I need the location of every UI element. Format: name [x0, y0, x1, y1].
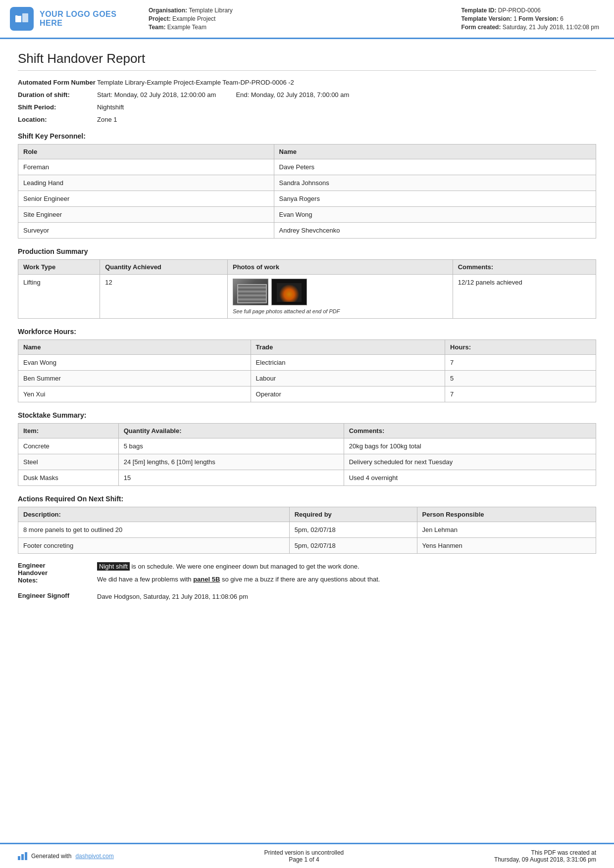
col-wf-trade: Trade: [251, 340, 445, 355]
engineer-handover-label: EngineerHandoverNotes:: [18, 562, 97, 584]
name-cell: Sandra Johnsons: [274, 175, 596, 191]
photo-caption: See full page photos attached at end of …: [233, 308, 448, 314]
engineer-signoff-value: Dave Hodgson, Saturday, 21 July 2018, 11…: [97, 592, 596, 602]
header-form-created: Form created: Saturday, 21 July 2018, 11…: [461, 24, 599, 31]
action-person-cell: Jen Lehman: [417, 522, 596, 538]
handover-line2-suffix: so give me a buzz if there are any quest…: [222, 576, 380, 583]
wf-trade-cell: Operator: [251, 386, 445, 402]
comments-cell: 12/12 panels achieved: [453, 275, 596, 319]
col-comments: Comments:: [453, 260, 596, 275]
handover-line2-prefix: We did have a few problems with: [97, 576, 193, 583]
production-summary-title: Production Summary: [18, 247, 596, 255]
logo-icon: [10, 7, 34, 31]
table-row: ForemanDave Peters: [18, 159, 596, 175]
wf-name-cell: Ben Summer: [18, 371, 251, 386]
svg-rect-2: [17, 14, 21, 16]
role-cell: Senior Engineer: [18, 191, 274, 207]
role-cell: Surveyor: [18, 223, 274, 239]
st-comments-cell: 20kg bags for 100kg total: [344, 438, 596, 454]
qty-avail-cell: 5 bags: [118, 438, 344, 454]
duration-label: Duration of shift:: [18, 91, 97, 98]
logo-area: YOUR LOGO GOES HERE: [10, 7, 139, 31]
footer-pdf-created-label: This PDF was created at: [494, 849, 596, 856]
header-versions: Template Version: 1 Form Version: 6: [461, 15, 599, 22]
duration-start: Start: Monday, 02 July 2018, 12:00:00 am: [97, 91, 216, 98]
table-row: Senior EngineerSanya Rogers: [18, 191, 596, 207]
svg-rect-0: [15, 15, 21, 22]
location-label: Location:: [18, 116, 97, 123]
header-team: Team: Example Team: [149, 24, 233, 31]
duration-end: End: Monday, 02 July 2018, 7:00:00 am: [236, 91, 349, 98]
col-wf-name: Name: [18, 340, 251, 355]
wf-trade-cell: Labour: [251, 371, 445, 386]
wf-hours-cell: 7: [445, 355, 596, 371]
actions-title: Actions Required On Next Shift:: [18, 495, 596, 503]
footer-generated-text: Generated with: [31, 853, 71, 860]
name-cell: Andrey Shevchcenko: [274, 223, 596, 239]
automated-form-label: Automated Form Number: [18, 79, 97, 86]
page-header: YOUR LOGO GOES HERE Organisation: Templa…: [0, 0, 614, 39]
shift-key-personnel-table: Role Name ForemanDave PetersLeading Hand…: [18, 144, 596, 239]
col-wf-hours: Hours:: [445, 340, 596, 355]
table-row: Site EngineerEvan Wong: [18, 207, 596, 223]
header-col-right: Template ID: DP-PROD-0006 Template Versi…: [461, 7, 599, 31]
stocktake-table: Item: Quantity Available: Comments: Conc…: [18, 423, 596, 486]
action-desc-cell: 8 more panels to get to outlined 20: [18, 522, 290, 538]
engineer-signoff-row: Engineer Signoff Dave Hodgson, Saturday,…: [18, 592, 596, 602]
table-row: Evan WongElectrician7: [18, 355, 596, 371]
wf-name-cell: Yen Xui: [18, 386, 251, 402]
shift-key-personnel-title: Shift Key Personnel:: [18, 132, 596, 140]
wf-hours-cell: 5: [445, 371, 596, 386]
name-cell: Evan Wong: [274, 207, 596, 223]
col-quantity-avail: Quantity Available:: [118, 424, 344, 438]
automated-form-value: Template Library-Example Project-Example…: [97, 79, 596, 86]
col-photos: Photos of work: [227, 260, 453, 275]
logo-text: YOUR LOGO GOES HERE: [40, 10, 139, 28]
table-row: Lifting 12 See full page photos attached…: [18, 275, 596, 319]
qty-avail-cell: 15: [118, 470, 344, 486]
role-cell: Leading Hand: [18, 175, 274, 191]
header-org: Organisation: Template Library: [149, 7, 233, 14]
workforce-hours-title: Workforce Hours:: [18, 328, 596, 336]
table-row: SurveyorAndrey Shevchcenko: [18, 223, 596, 239]
item-cell: Dusk Masks: [18, 470, 119, 486]
footer-generated-link[interactable]: dashpivot.com: [75, 853, 113, 860]
table-row: Footer concreting5pm, 02/07/18Yens Hanme…: [18, 538, 596, 554]
content-area: Shift Handover Report Automated Form Num…: [0, 39, 614, 843]
header-meta: Organisation: Template Library Project: …: [139, 7, 599, 31]
shift-period-row: Shift Period: Nightshift: [18, 103, 596, 111]
footer-center: Printed version is uncontrolled Page 1 o…: [264, 849, 344, 863]
engineer-handover-notes: Night shift is on schedule. We were one …: [97, 562, 596, 587]
col-stocktake-comments: Comments:: [344, 424, 596, 438]
automated-form-row: Automated Form Number Template Library-E…: [18, 79, 596, 86]
header-project: Project: Example Project: [149, 15, 233, 22]
page-footer: Generated with dashpivot.com Printed ver…: [0, 843, 614, 868]
footer-page-number: Page 1 of 4: [264, 856, 344, 863]
shift-period-value: Nightshift: [97, 103, 596, 111]
quantity-cell: 12: [100, 275, 228, 319]
name-cell: Dave Peters: [274, 159, 596, 175]
item-cell: Concrete: [18, 438, 119, 454]
action-desc-cell: Footer concreting: [18, 538, 290, 554]
col-name: Name: [274, 145, 596, 159]
wf-trade-cell: Electrician: [251, 355, 445, 371]
panel-link: panel 5B: [193, 576, 220, 583]
table-row: Steel24 [5m] lengths, 6 [10m] lengthsDel…: [18, 454, 596, 470]
wf-name-cell: Evan Wong: [18, 355, 251, 371]
table-row: Concrete5 bags20kg bags for 100kg total: [18, 438, 596, 454]
engineer-signoff-label: Engineer Signoff: [18, 592, 97, 599]
report-title: Shift Handover Report: [18, 51, 596, 71]
action-person-cell: Yens Hanmen: [417, 538, 596, 554]
table-row: 8 more panels to get to outlined 205pm, …: [18, 522, 596, 538]
work-type-cell: Lifting: [18, 275, 100, 319]
handover-line2: We did have a few problems with panel 5B…: [97, 575, 596, 584]
col-work-type: Work Type: [18, 260, 100, 275]
shift-period-label: Shift Period:: [18, 103, 97, 111]
dashpivot-icon: [18, 852, 27, 860]
item-cell: Steel: [18, 454, 119, 470]
col-person-resp: Person Responsible: [417, 507, 596, 522]
duration-row: Duration of shift: Start: Monday, 02 Jul…: [18, 91, 596, 98]
photo-thumbnail-2: [271, 279, 307, 305]
footer-right: This PDF was created at Thursday, 09 Aug…: [494, 849, 596, 863]
action-req-by-cell: 5pm, 02/07/18: [289, 538, 417, 554]
